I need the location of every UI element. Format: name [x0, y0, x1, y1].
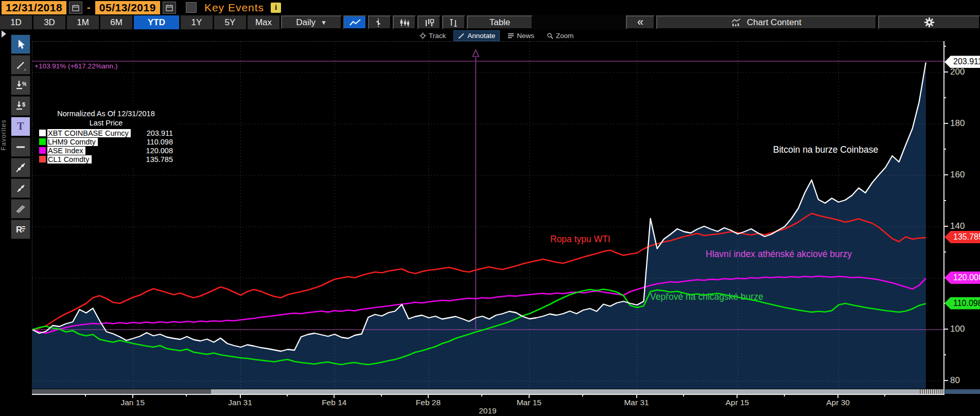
period-button-1y[interactable]: 1Y	[181, 15, 213, 29]
track-button[interactable]: Track	[415, 30, 450, 41]
x-axis-minor-tick	[884, 394, 885, 396]
trend-tool-button[interactable]	[11, 158, 30, 177]
legend-subtitle: Last Price	[39, 119, 173, 127]
end-date-calendar-icon[interactable]	[163, 2, 176, 14]
y-axis-minor-tick	[943, 46, 946, 47]
chart-annotation-label[interactable]: Bitcoin na burze Coinbase	[773, 144, 878, 155]
channel-tool-button[interactable]	[11, 199, 30, 219]
frequency-label: Daily	[296, 17, 316, 28]
period-button-1d[interactable]: 1D	[0, 15, 32, 29]
text-tool-button[interactable]: T	[11, 117, 30, 136]
gear-icon	[924, 17, 935, 28]
legend-row[interactable]: CL1 Comdty135.785	[39, 155, 173, 164]
axis-price-tag: 110.098	[944, 297, 980, 310]
cursor-tool-button[interactable]	[11, 34, 30, 54]
y-axis-minor-tick	[943, 149, 946, 150]
y-axis-minor-tick	[943, 354, 946, 355]
period-button-5y[interactable]: 5Y	[214, 15, 246, 29]
key-events-checkbox[interactable]	[186, 2, 197, 13]
text-tool-icon: T	[15, 120, 26, 133]
x-axis-label: Apr 15	[719, 398, 755, 407]
horizontal-scrollbar[interactable]	[32, 389, 943, 394]
trend2-tool-button[interactable]	[11, 178, 30, 198]
news-button[interactable]: News	[503, 30, 539, 41]
chart-annotation-label[interactable]: Ropa typu WTI	[550, 234, 610, 245]
legend-row[interactable]: XBT COINBASE Curncy203.911	[39, 129, 173, 137]
chart-legend[interactable]: Normalized As Of 12/31/2018 Last Price X…	[35, 104, 178, 168]
y-axis-minor-tick	[943, 97, 946, 98]
bloomberg-chart-app: 12/31/2018 - 05/13/2019 Key Events i 1D3…	[0, 0, 980, 416]
y-axis-label: 140	[950, 221, 965, 231]
start-date-calendar-icon[interactable]	[69, 2, 82, 14]
regression-tool-icon: R	[15, 223, 26, 236]
period-button-ytd[interactable]: YTD	[134, 15, 179, 29]
period-button-1m[interactable]: 1M	[67, 15, 99, 29]
legend-row[interactable]: LHM9 Comdty110.098	[39, 137, 173, 146]
annotate-label: Annotate	[467, 32, 495, 40]
chart-annotation-label[interactable]: Vepřové na chicagské burze	[650, 292, 763, 302]
y-axis-tick	[943, 380, 948, 381]
zoom-magnifier-icon	[547, 32, 553, 39]
period-button-6m[interactable]: 6M	[100, 15, 132, 29]
legend-series-name: ASE Index	[47, 147, 85, 155]
x-axis-year-label: 2019	[32, 406, 943, 415]
measure-dollar-tool-button[interactable]: $	[11, 96, 30, 116]
legend-title: Normalized As Of 12/31/2018	[39, 110, 173, 118]
axis-price-tag: 203.911	[944, 56, 980, 68]
x-axis-label: Mar 15	[511, 398, 547, 407]
candlestick-chart-type-button[interactable]	[393, 15, 416, 29]
favorites-tab[interactable]: Favorites	[0, 119, 7, 150]
info-icon[interactable]: i	[271, 3, 281, 13]
y-axis-line	[943, 41, 944, 394]
regression-tool-button[interactable]: R	[11, 220, 30, 239]
x-axis-tick	[428, 394, 429, 398]
zoom-button[interactable]: Zoom	[542, 30, 579, 41]
start-date-input[interactable]: 12/31/2018	[2, 1, 66, 14]
frequency-dropdown[interactable]: Daily▼	[281, 15, 342, 29]
chart-plot-area[interactable]	[32, 41, 943, 388]
collapse-panel-button[interactable]: «	[626, 15, 655, 29]
settings-gear-button[interactable]	[878, 15, 980, 29]
point-figure-chart-type-button[interactable]	[417, 15, 441, 29]
svg-text:R: R	[16, 225, 22, 234]
horizontal-line-icon	[15, 141, 26, 153]
track-label: Track	[429, 32, 446, 40]
up-down-bars-chart-type-button[interactable]	[442, 15, 465, 29]
scrollbar-grip[interactable]	[920, 389, 943, 394]
period-button-3d[interactable]: 3D	[33, 15, 65, 29]
line-chart-type-button[interactable]	[343, 15, 366, 29]
end-date-input[interactable]: 05/13/2019	[95, 1, 160, 14]
y-axis-tick	[943, 226, 948, 227]
pencil-tool-button[interactable]	[11, 55, 30, 75]
legend-series-name: CL1 Comdty	[47, 155, 92, 164]
x-axis-label: Apr 30	[820, 398, 856, 407]
scrollbar-corner	[945, 389, 980, 394]
hline-tool-button[interactable]	[11, 137, 30, 157]
x-axis-line	[32, 394, 944, 395]
trend-line-icon	[15, 161, 26, 174]
line-chart-icon	[348, 18, 362, 27]
x-axis-label: Feb 28	[410, 398, 446, 407]
legend-swatch	[39, 147, 46, 154]
expand-panel-arrow-icon[interactable]	[2, 30, 6, 38]
chart-annotation-label[interactable]: Hlavní index athénské akciové burzy	[706, 249, 852, 260]
ohlc-chart-type-button[interactable]	[368, 15, 391, 29]
period-button-max[interactable]: Max	[248, 15, 279, 29]
legend-series-name: XBT COINBASE Curncy	[47, 129, 131, 137]
axis-price-tag: 135.785	[944, 231, 980, 243]
chart-content-button[interactable]: Chart Content	[656, 15, 877, 29]
x-axis-label: Mar 31	[619, 398, 655, 407]
x-axis-tick	[529, 394, 530, 398]
measure-percent-tool-button[interactable]: %	[11, 76, 30, 95]
x-axis-minor-tick	[784, 394, 785, 396]
legend-row[interactable]: ASE Index120.008	[39, 146, 173, 155]
scrollbar-thumb[interactable]	[32, 389, 211, 394]
x-axis-minor-tick	[582, 394, 583, 396]
annotate-button[interactable]: Annotate	[453, 30, 500, 41]
y-axis-minor-tick	[943, 200, 946, 201]
axis-price-tag: 120.008	[944, 272, 980, 284]
legend-series-name: LHM9 Comdty	[47, 138, 98, 146]
svg-text:%: %	[22, 81, 26, 87]
y-axis-tick	[943, 329, 948, 330]
table-button[interactable]: Table	[467, 15, 533, 29]
